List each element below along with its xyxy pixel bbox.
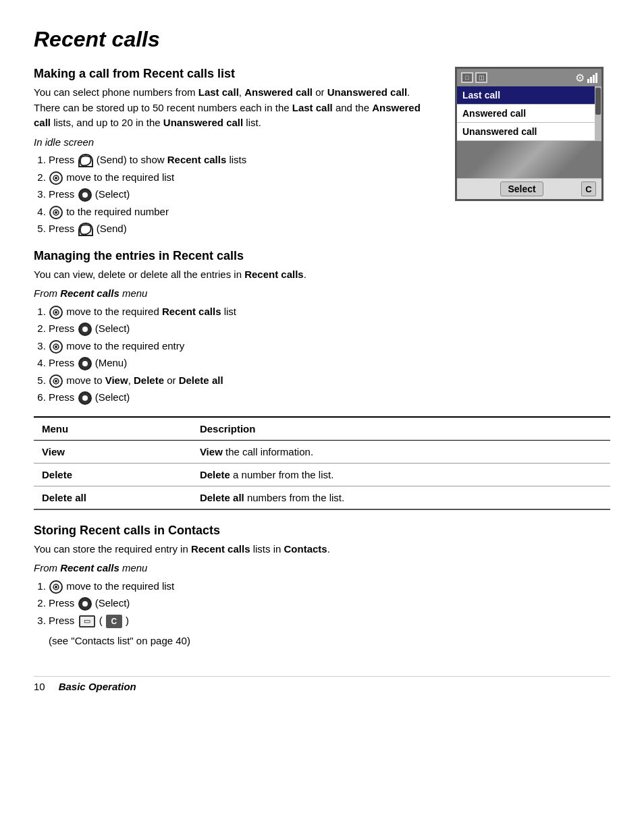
section2-heading: Managing the entries in Recent calls — [34, 249, 610, 263]
nav-icon-s3-1 — [49, 580, 63, 594]
table-cell-desc: View the call information. — [192, 440, 610, 463]
section1-content: Making a call from Recent calls list You… — [34, 67, 435, 242]
phone-mockup: □ ◫ ⚙ — [455, 67, 610, 242]
see-contacts-note: (see "Contacts list" on page 40) — [49, 634, 610, 649]
section2-steps: move to the required Recent calls list P… — [49, 304, 610, 405]
table-cell-desc: Delete a number from the list. — [192, 463, 610, 486]
table-cell-menu: Delete all — [34, 486, 192, 509]
phone-menu-item-answered: Answered call — [457, 105, 595, 123]
list-item: move to the required list — [49, 170, 435, 186]
phone-c-button: C — [581, 181, 596, 196]
section3-block: Storing Recent calls in Contacts You can… — [34, 524, 610, 649]
section1-idle-label: In idle screen — [34, 135, 435, 150]
phone-menu-list: Last call Answered call Unanswered call — [457, 86, 595, 141]
section3-steps: move to the required list Press (Select)… — [49, 579, 610, 629]
svg-point-1 — [55, 177, 57, 179]
phone-image-inner — [457, 141, 601, 178]
list-item: Press (Send) to show Recent calls lists — [49, 152, 435, 168]
scrollbar — [595, 86, 601, 141]
table-col2-header: Description — [192, 417, 610, 441]
select-icon-s2-2 — [78, 323, 92, 336]
phone-menu-item-lastcall: Last call — [457, 86, 595, 105]
table-cell-menu: Delete — [34, 463, 192, 486]
contacts-button-icon: ▭ — [79, 615, 95, 627]
send-icon-2 — [78, 223, 93, 236]
list-item: move to View, Delete or Delete all — [49, 373, 610, 389]
send-icon — [78, 154, 93, 167]
select-icon-s2-4 — [78, 357, 92, 370]
table-cell-desc: Delete all numbers from the list. — [192, 486, 610, 509]
list-item: Press (Select) — [49, 187, 435, 202]
list-item: Press (Select) — [49, 390, 610, 405]
menu-table: Menu Description View View the call info… — [34, 416, 610, 510]
c-icon: C — [106, 615, 122, 628]
section1-body: You can select phone numbers from Last c… — [34, 85, 435, 131]
section2-from-label: From Recent calls menu — [34, 286, 610, 302]
phone-select-button: Select — [500, 181, 543, 196]
table-cell-menu: View — [34, 440, 192, 463]
list-item: to the required number — [49, 204, 435, 220]
section3-heading: Storing Recent calls in Contacts — [34, 524, 610, 538]
phone-menu-item-unanswered: Unanswered call — [457, 123, 595, 141]
phone-top-bar: □ ◫ ⚙ — [457, 69, 601, 86]
page-number: 10 — [34, 681, 45, 692]
page-section-label: Basic Operation — [59, 681, 136, 692]
svg-point-11 — [55, 586, 57, 588]
list-item: Press (Send) — [49, 221, 435, 237]
phone-image — [457, 141, 601, 178]
svg-point-3 — [55, 211, 57, 214]
svg-point-9 — [55, 380, 57, 383]
list-item: Press (Select) — [49, 321, 610, 337]
nav-icon-s2-1 — [49, 306, 63, 319]
nav-icon-s2-3 — [49, 340, 63, 354]
section2-block: Managing the entries in Recent calls You… — [34, 249, 610, 405]
section1-steps: Press (Send) to show Recent calls lists … — [49, 152, 435, 237]
table-row: Delete Delete a number from the list. — [34, 463, 610, 486]
select-icon — [78, 188, 92, 202]
list-item: Press (Select) — [49, 596, 610, 611]
nav-icon — [49, 171, 63, 185]
nav-icon-s2-5 — [49, 374, 63, 388]
section1-heading: Making a call from Recent calls list — [34, 67, 435, 81]
section3-from-label: From Recent calls menu — [34, 561, 610, 576]
list-item: move to the required list — [49, 579, 610, 594]
list-item: Press ▭ ( C ) — [49, 613, 610, 629]
scrollbar-thumb — [595, 88, 601, 115]
select-icon-s2-6 — [78, 391, 92, 405]
page-footer: 10 Basic Operation — [34, 676, 610, 692]
select-icon-s3-2 — [78, 597, 92, 611]
table-col1-header: Menu — [34, 417, 192, 441]
list-item: move to the required Recent calls list — [49, 304, 610, 320]
section2-body: You can view, delete or delete all the e… — [34, 267, 610, 283]
phone-menu-wrapper: Last call Answered call Unanswered call — [457, 86, 601, 141]
svg-point-7 — [55, 345, 57, 348]
svg-point-5 — [55, 311, 57, 314]
section3-body: You can store the required entry in Rece… — [34, 542, 610, 557]
list-item: Press (Menu) — [49, 356, 610, 371]
table-row: View View the call information. — [34, 440, 610, 463]
nav-icon-2 — [49, 206, 63, 219]
table-row: Delete all Delete all numbers from the l… — [34, 486, 610, 509]
page-title: Recent calls — [34, 27, 610, 52]
phone-screen: □ ◫ ⚙ — [455, 67, 603, 201]
phone-bottom-bar: Select C — [457, 178, 601, 199]
list-item: move to the required entry — [49, 339, 610, 354]
